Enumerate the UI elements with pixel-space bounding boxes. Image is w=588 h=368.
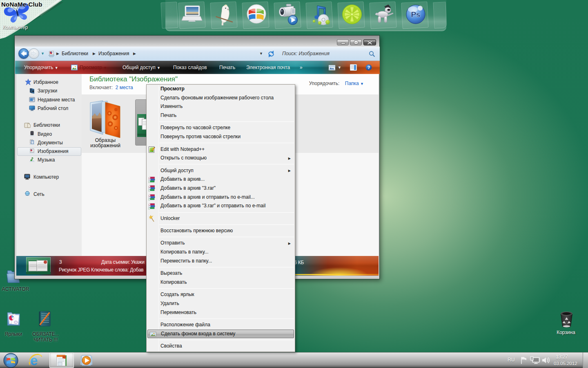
svg-text:NoNaMe-Club: NoNaMe-Club (1, 1, 42, 8)
svg-text:?: ? (368, 65, 370, 70)
svg-text:e: e (30, 353, 38, 368)
svg-text:Ps: Ps (411, 10, 420, 19)
